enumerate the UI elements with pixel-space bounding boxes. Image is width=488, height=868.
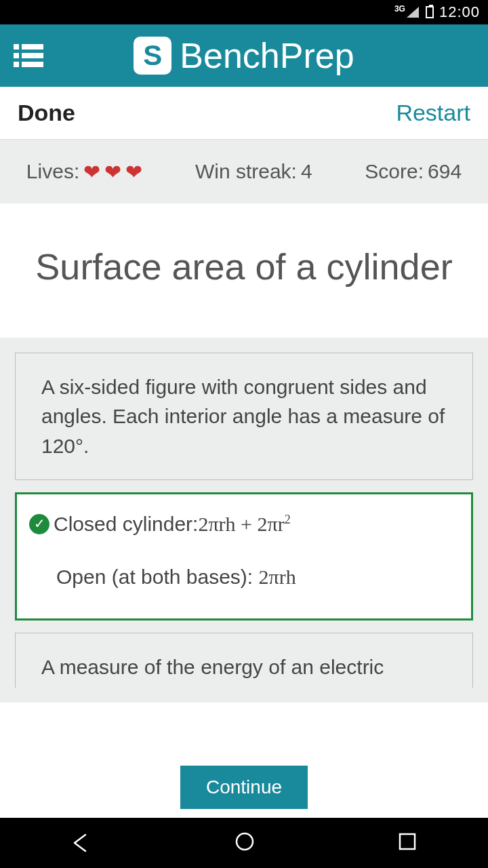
heart-icon: ❤	[83, 160, 100, 184]
option-card-correct[interactable]: ✓ Closed cylinder: 2πrh + 2πr2 Open (at …	[15, 492, 473, 620]
brand-logo-icon: S	[134, 37, 171, 75]
app-header: S BenchPrep	[0, 24, 488, 87]
android-nav-bar	[0, 818, 488, 868]
brand-text: BenchPrep	[180, 35, 354, 76]
option-text: A six-sided figure with congruent sides …	[41, 376, 445, 457]
score-label: Score:	[365, 160, 424, 183]
closed-label: Closed cylinder:	[54, 509, 198, 539]
network-indicator: 3G	[394, 4, 405, 14]
signal-icon	[407, 7, 419, 18]
streak-value: 4	[301, 160, 312, 183]
option-card[interactable]: A measure of the energy of an electric	[15, 633, 473, 688]
android-status-bar: 3G 12:00	[0, 0, 488, 24]
nav-home-icon[interactable]	[234, 831, 256, 855]
clock: 12:00	[439, 3, 480, 21]
option-text: A measure of the energy of an electric	[41, 656, 384, 678]
button-bar: Continue	[0, 757, 488, 818]
nav-back-icon[interactable]	[70, 832, 92, 854]
question-title: Surface area of a cylinder	[0, 203, 488, 338]
check-icon: ✓	[29, 514, 49, 534]
open-label: Open (at both bases):	[56, 566, 259, 588]
closed-formula: 2πrh + 2πr2	[198, 509, 290, 539]
lives-label: Lives:	[26, 160, 79, 183]
score-stat: Score: 694	[365, 160, 462, 183]
menu-icon[interactable]	[14, 44, 43, 67]
sub-header: Done Restart	[0, 87, 488, 140]
done-button[interactable]: Done	[18, 100, 75, 126]
score-value: 694	[428, 160, 462, 183]
restart-button[interactable]: Restart	[396, 100, 470, 126]
continue-button[interactable]: Continue	[180, 766, 308, 809]
svg-rect-1	[400, 834, 415, 849]
brand: S BenchPrep	[43, 35, 445, 76]
heart-icon: ❤	[125, 160, 142, 184]
heart-icon: ❤	[104, 160, 121, 184]
lives-stat: Lives: ❤ ❤ ❤	[26, 160, 142, 184]
streak-label: Win streak:	[195, 160, 297, 183]
streak-stat: Win streak: 4	[195, 160, 312, 183]
option-card[interactable]: A six-sided figure with congruent sides …	[15, 353, 473, 481]
battery-icon	[426, 6, 434, 18]
stats-bar: Lives: ❤ ❤ ❤ Win streak: 4 Score: 694	[0, 140, 488, 203]
nav-recent-icon[interactable]	[397, 831, 418, 854]
svg-point-0	[237, 833, 253, 850]
options-list: A six-sided figure with congruent sides …	[0, 338, 488, 703]
main-content: Surface area of a cylinder A six-sided f…	[0, 203, 488, 818]
open-formula: 2πrh	[259, 566, 296, 588]
